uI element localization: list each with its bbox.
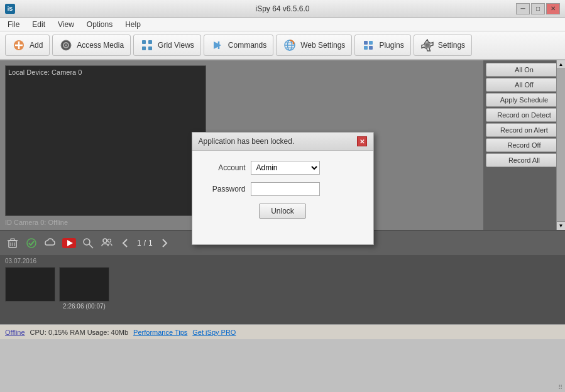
account-select[interactable]: Admin xyxy=(251,161,320,175)
account-control: Admin xyxy=(251,161,361,175)
unlock-button[interactable]: Unlock xyxy=(259,204,306,219)
lock-dialog-close[interactable]: ✕ xyxy=(357,136,367,146)
account-row: Account Admin xyxy=(205,161,361,175)
lock-dialog-title-text: Application has been locked. xyxy=(199,137,295,146)
account-label: Account xyxy=(205,163,246,172)
lock-dialog: Application has been locked. ✕ Account A… xyxy=(192,132,374,245)
password-input[interactable] xyxy=(251,182,320,196)
resize-handle: ⠿ xyxy=(558,384,562,391)
password-row: Password xyxy=(205,182,361,196)
lock-dialog-body: Account Admin Password Unlock xyxy=(192,151,373,231)
password-label: Password xyxy=(205,185,246,193)
lock-overlay: Application has been locked. ✕ Account A… xyxy=(0,0,565,377)
lock-dialog-title: Application has been locked. ✕ xyxy=(192,133,373,151)
password-control xyxy=(251,182,361,196)
